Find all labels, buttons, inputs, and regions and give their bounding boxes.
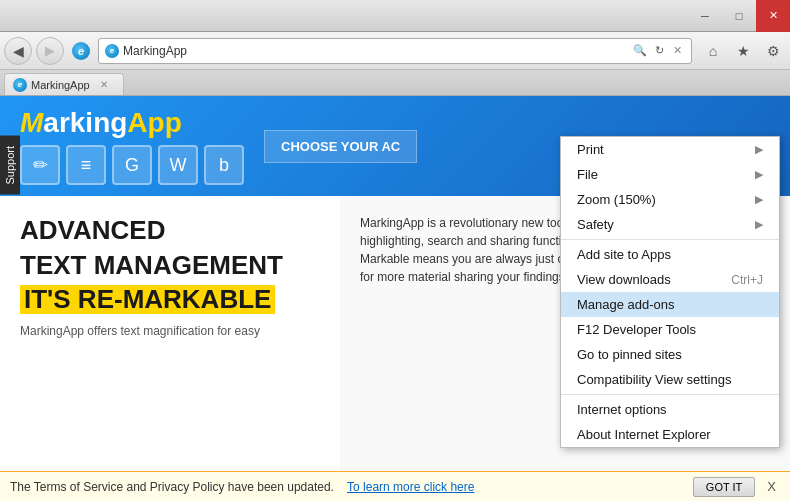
- forward-button[interactable]: ▶: [36, 37, 64, 65]
- menu-item-pinned-sites[interactable]: Go to pinned sites: [561, 342, 779, 367]
- icon-w[interactable]: W: [158, 145, 198, 185]
- icon-list[interactable]: ≡: [66, 145, 106, 185]
- window-controls: ─ □ ✕: [688, 0, 790, 32]
- menu-item-safety[interactable]: Safety ▶: [561, 212, 779, 240]
- menu-item-f12[interactable]: F12 Developer Tools: [561, 317, 779, 342]
- tab-label: MarkingApp: [31, 79, 90, 91]
- notification-text: The Terms of Service and Privacy Policy …: [10, 480, 685, 494]
- ie-logo: e: [70, 40, 92, 62]
- back-button[interactable]: ◀: [4, 37, 32, 65]
- address-refresh-icon[interactable]: ↻: [653, 44, 666, 57]
- notification-link[interactable]: To learn more click here: [347, 480, 474, 494]
- headline-line1: ADVANCED: [20, 216, 320, 245]
- home-button[interactable]: ⌂: [700, 38, 726, 64]
- menu-item-file[interactable]: File ▶: [561, 162, 779, 187]
- favicon: e: [105, 44, 119, 58]
- favorites-button[interactable]: ★: [730, 38, 756, 64]
- logo-icons: ✏ ≡ G W b: [20, 145, 244, 185]
- support-tab[interactable]: Support: [0, 136, 20, 195]
- icon-g[interactable]: G: [112, 145, 152, 185]
- menu-item-compat-view[interactable]: Compatibility View settings: [561, 367, 779, 395]
- menu-item-print[interactable]: Print ▶: [561, 137, 779, 162]
- toolbar-right: ⌂ ★ ⚙: [696, 38, 786, 64]
- cta-banner[interactable]: CHOOSE YOUR AC: [264, 130, 417, 163]
- minimize-button[interactable]: ─: [688, 0, 722, 32]
- headline-line3: IT'S RE-MARKABLE: [20, 285, 320, 314]
- tab-close-btn[interactable]: ✕: [100, 79, 108, 90]
- menu-item-view-downloads[interactable]: View downloads Ctrl+J: [561, 267, 779, 292]
- logo-m: M: [20, 107, 43, 138]
- downloads-shortcut: Ctrl+J: [731, 273, 763, 287]
- menu-item-about-ie[interactable]: About Internet Explorer: [561, 422, 779, 447]
- menu-item-manage-addons[interactable]: Manage add-ons: [561, 292, 779, 317]
- headline-line2: TEXT MANAGEMENT: [20, 251, 320, 280]
- logo-text: MarkingApp: [20, 107, 244, 139]
- menu-item-zoom[interactable]: Zoom (150%) ▶: [561, 187, 779, 212]
- subtext: MarkingApp offers text magnification for…: [20, 324, 320, 338]
- address-search-icon[interactable]: 🔍: [631, 44, 649, 57]
- got-it-button[interactable]: GOT IT: [693, 477, 755, 497]
- logo-area: MarkingApp ✏ ≡ G W b: [20, 107, 244, 185]
- menu-item-add-site[interactable]: Add site to Apps: [561, 242, 779, 267]
- titlebar: ─ □ ✕: [0, 0, 790, 32]
- menu-item-internet-options[interactable]: Internet options: [561, 397, 779, 422]
- file-arrow: ▶: [755, 168, 763, 181]
- browser-toolbar: ◀ ▶ e e MarkingApp 🔍 ↻ ✕ ⌂ ★ ⚙: [0, 32, 790, 70]
- content-left: ADVANCED TEXT MANAGEMENT IT'S RE-MARKABL…: [0, 196, 340, 471]
- tab-bar: e MarkingApp ✕: [0, 70, 790, 96]
- safety-arrow: ▶: [755, 218, 763, 231]
- notification-bar: The Terms of Service and Privacy Policy …: [0, 471, 790, 501]
- notification-close-button[interactable]: X: [763, 479, 780, 494]
- context-menu: Print ▶ File ▶ Zoom (150%) ▶ Safety ▶ Ad…: [560, 136, 780, 448]
- webpage: 9 Support MarkingApp ✏ ≡ G W b CHOOSE YO…: [0, 96, 790, 471]
- zoom-arrow: ▶: [755, 193, 763, 206]
- close-button[interactable]: ✕: [756, 0, 790, 32]
- maximize-button[interactable]: □: [722, 0, 756, 32]
- address-bar[interactable]: e MarkingApp 🔍 ↻ ✕: [98, 38, 692, 64]
- address-tab-close[interactable]: ✕: [670, 44, 685, 57]
- icon-b[interactable]: b: [204, 145, 244, 185]
- ie-icon: e: [72, 42, 90, 60]
- print-arrow: ▶: [755, 143, 763, 156]
- settings-button[interactable]: ⚙: [760, 38, 786, 64]
- icon-pen[interactable]: ✏: [20, 145, 60, 185]
- address-text: MarkingApp: [123, 44, 627, 58]
- tab-favicon: e: [13, 78, 27, 92]
- active-tab[interactable]: e MarkingApp ✕: [4, 73, 124, 95]
